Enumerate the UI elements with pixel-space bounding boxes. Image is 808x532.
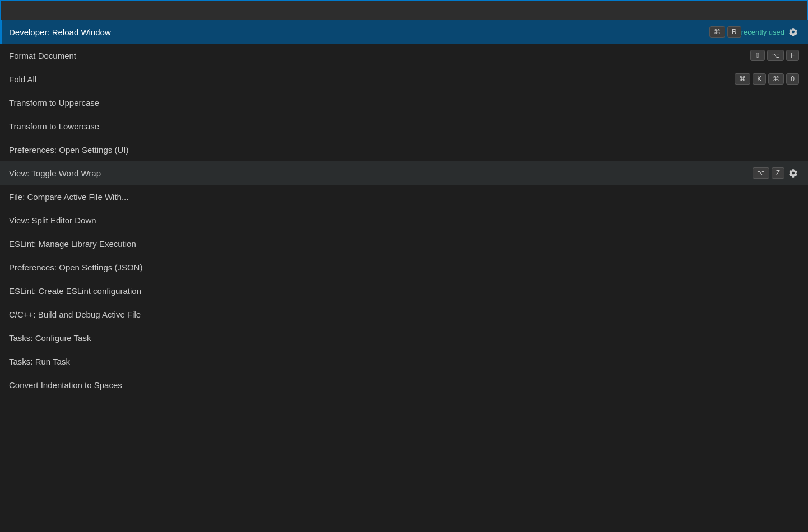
menu-item[interactable]: ESLint: Create ESLint configuration — [0, 279, 808, 302]
selected-accent — [0, 20, 2, 44]
item-label: View: Toggle Word Wrap — [9, 169, 753, 178]
item-label: C/C++: Build and Debug Active File — [9, 310, 799, 319]
item-label: Preferences: Open Settings (JSON) — [9, 263, 799, 272]
key-badge: ⌥ — [753, 167, 769, 179]
key-badge: Z — [772, 167, 784, 179]
item-label: Convert Indentation to Spaces — [9, 380, 799, 390]
keybindings: ⌘K⌘0 — [735, 73, 799, 85]
item-label: Preferences: Open Settings (UI) — [9, 145, 799, 155]
key-badge: R — [727, 26, 741, 38]
item-label: ESLint: Manage Library Execution — [9, 239, 799, 249]
keybindings: ⌘R — [709, 26, 741, 38]
item-label: Format Document — [9, 51, 750, 60]
menu-item[interactable]: Transform to Uppercase — [0, 91, 808, 114]
menu-item[interactable]: ESLint: Manage Library Execution — [0, 232, 808, 255]
item-label: Developer: Reload Window — [9, 27, 709, 37]
menu-item[interactable]: Tasks: Configure Task — [0, 326, 808, 349]
menu-item[interactable]: View: Toggle Word Wrap⌥Z — [0, 161, 808, 185]
menu-item[interactable]: Tasks: Run Task — [0, 349, 808, 373]
menu-item[interactable]: Preferences: Open Settings (JSON) — [0, 255, 808, 279]
menu-item[interactable]: Fold All⌘K⌘0 — [0, 67, 808, 91]
key-badge: ⌘ — [709, 26, 725, 38]
keybindings: ⇧⌥F — [750, 50, 799, 61]
key-badge: ⇧ — [750, 50, 765, 61]
item-label: File: Compare Active File With... — [9, 192, 799, 202]
key-badge: 0 — [786, 73, 799, 85]
recently-used-badge: recently used — [741, 28, 784, 36]
gear-icon[interactable] — [788, 167, 799, 179]
menu-item[interactable]: File: Compare Active File With... — [0, 185, 808, 208]
item-label: Transform to Lowercase — [9, 122, 799, 131]
item-label: Transform to Uppercase — [9, 98, 799, 108]
item-label: Tasks: Run Task — [9, 357, 799, 366]
search-bar — [0, 0, 808, 20]
key-badge: ⌘ — [735, 73, 750, 85]
menu-item[interactable]: Preferences: Open Settings (UI) — [0, 138, 808, 161]
key-badge: K — [753, 73, 766, 85]
menu-item[interactable]: View: Split Editor Down — [0, 208, 808, 232]
search-input[interactable] — [11, 5, 800, 15]
menu-item[interactable]: Convert Indentation to Spaces — [0, 373, 808, 396]
menu-item[interactable]: Developer: Reload Window⌘Rrecently used — [0, 20, 808, 44]
menu-item[interactable]: C/C++: Build and Debug Active File — [0, 302, 808, 326]
keybindings: ⌥Z — [753, 167, 784, 179]
key-badge: ⌘ — [768, 73, 784, 85]
menu-item[interactable]: Transform to Lowercase — [0, 114, 808, 138]
menu-item[interactable]: Format Document⇧⌥F — [0, 44, 808, 67]
item-label: Tasks: Configure Task — [9, 333, 799, 343]
command-palette: Developer: Reload Window⌘Rrecently used … — [0, 0, 808, 396]
key-badge: F — [786, 50, 799, 61]
item-label: Fold All — [9, 74, 735, 84]
gear-icon[interactable] — [788, 26, 799, 38]
key-badge: ⌥ — [767, 50, 784, 61]
menu-list: Developer: Reload Window⌘Rrecently used … — [0, 20, 808, 396]
item-label: ESLint: Create ESLint configuration — [9, 286, 799, 296]
item-label: View: Split Editor Down — [9, 216, 799, 225]
